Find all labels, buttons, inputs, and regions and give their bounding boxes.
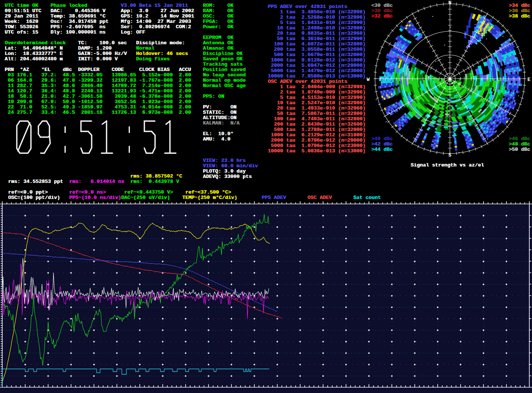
svg-text:S: S bbox=[448, 152, 451, 158]
svg-text:E: E bbox=[527, 77, 530, 82]
svg-text:W: W bbox=[367, 77, 370, 82]
svg-text:N: N bbox=[448, 0, 451, 6]
